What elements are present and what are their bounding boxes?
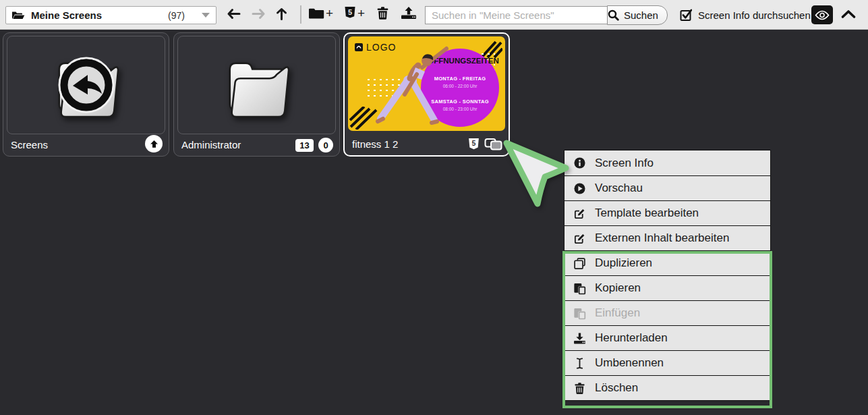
arrow-up-icon bbox=[276, 7, 287, 21]
chevron-down-icon bbox=[202, 13, 210, 18]
menu-item-screen-info[interactable]: Screen Info bbox=[565, 150, 770, 175]
template-count-badge: 13 bbox=[295, 139, 314, 152]
upload-icon bbox=[401, 6, 417, 20]
menu-item-label: Template bearbeiten bbox=[595, 206, 699, 220]
tile-name: fitness 1 2 bbox=[352, 138, 398, 150]
menu-item-vorschau[interactable]: Vorschau bbox=[565, 175, 770, 200]
upload-button[interactable] bbox=[401, 6, 417, 20]
menu-item-template-bearbeiten[interactable]: Template bearbeiten bbox=[565, 200, 770, 225]
plus-glyph: + bbox=[326, 7, 333, 20]
folder-thumbnail bbox=[177, 36, 336, 134]
info-icon bbox=[573, 157, 586, 169]
rename-icon bbox=[573, 357, 586, 370]
playlist-count-badge: 0 bbox=[318, 138, 333, 153]
toolbar-divider bbox=[300, 5, 301, 24]
logo-mark-icon bbox=[355, 43, 363, 51]
arrow-right-icon bbox=[251, 8, 266, 20]
menu-item-herunterladen[interactable]: Herunterladen bbox=[565, 325, 770, 350]
search-button-label: Suchen bbox=[624, 9, 658, 21]
back-arrow-circle-icon bbox=[57, 55, 116, 115]
content-area: Screens Administrator 13 0 bbox=[0, 30, 868, 415]
folder-select-dropdown[interactable]: Meine Screens (97) bbox=[5, 6, 216, 24]
menu-item-duplizieren[interactable]: Duplizieren bbox=[565, 250, 770, 275]
folder-icon bbox=[214, 49, 300, 121]
menu-item-label: Externen Inhalt bearbeiten bbox=[595, 231, 729, 245]
folder-item-count: (97) bbox=[168, 10, 185, 21]
search-input[interactable] bbox=[425, 6, 608, 24]
folder-plus-icon bbox=[308, 7, 324, 20]
svg-text:5: 5 bbox=[472, 139, 476, 147]
forward-button[interactable] bbox=[251, 8, 266, 20]
paste-icon bbox=[573, 282, 586, 295]
new-folder-button[interactable]: + bbox=[308, 7, 333, 20]
folder-open-icon bbox=[11, 10, 25, 20]
plus-glyph: + bbox=[357, 7, 365, 20]
menu-item-kopieren[interactable]: Kopieren bbox=[565, 275, 770, 300]
menu-item-loeschen[interactable]: Löschen bbox=[565, 375, 770, 400]
menu-item-einfuegen[interactable]: Einfügen bbox=[565, 300, 770, 325]
tile-folder-administrator[interactable]: Administrator 13 0 bbox=[173, 32, 340, 157]
checkbox-checked-icon[interactable] bbox=[680, 9, 692, 21]
download-icon bbox=[573, 332, 586, 345]
tile-screen-fitness[interactable]: LOGO ÖFFNUNGSZEITEN MONTAG - FREITAG 06:… bbox=[343, 32, 510, 157]
arrow-up-icon bbox=[149, 139, 159, 149]
screen-thumbnail: LOGO ÖFFNUNGSZEITEN MONTAG - FREITAG 06:… bbox=[348, 36, 505, 131]
chevron-up-icon bbox=[841, 9, 856, 19]
folder-select-label: Meine Screens bbox=[31, 9, 102, 21]
search-icon bbox=[608, 9, 619, 21]
edit-icon bbox=[573, 207, 586, 220]
menu-item-label: Screen Info bbox=[595, 157, 654, 170]
menu-item-umbenennen[interactable]: Umbenennen bbox=[565, 350, 770, 375]
screen-info-filter-label: Screen Info durchsuchen bbox=[698, 9, 811, 21]
clone-icon bbox=[573, 257, 586, 270]
back-button[interactable] bbox=[227, 8, 241, 20]
menu-item-label: Vorschau bbox=[595, 182, 643, 195]
collapse-toolbar-button[interactable] bbox=[841, 9, 856, 19]
svg-text:5: 5 bbox=[348, 8, 352, 16]
screen-info-filter[interactable]: Screen Info durchsuchen bbox=[680, 9, 811, 21]
arrow-left-icon bbox=[227, 8, 241, 20]
trash-icon bbox=[573, 382, 586, 395]
menu-item-label: Einfügen bbox=[595, 306, 640, 320]
folder-thumbnail bbox=[7, 36, 165, 134]
tile-name: Screens bbox=[11, 139, 48, 150]
go-up-badge[interactable] bbox=[145, 135, 163, 153]
up-button[interactable] bbox=[276, 7, 287, 21]
context-menu: Screen Info Vorschau Template bearbeiten… bbox=[564, 150, 771, 401]
preview-visibility-button[interactable] bbox=[811, 5, 833, 24]
menu-item-label: Herunterladen bbox=[595, 331, 668, 345]
html5-content-icon: 5 bbox=[468, 138, 480, 150]
pointer-cursor-icon bbox=[499, 138, 573, 210]
new-html-content-button[interactable]: 5 + bbox=[344, 6, 365, 20]
tile-folder-screens[interactable]: Screens bbox=[3, 32, 169, 157]
menu-item-label: Kopieren bbox=[595, 281, 641, 295]
toolbar: Meine Screens (97) + 5 + bbox=[0, 0, 868, 30]
paste-icon bbox=[573, 307, 586, 320]
delete-button[interactable] bbox=[376, 6, 389, 20]
edit-icon bbox=[573, 232, 586, 245]
play-icon bbox=[573, 182, 586, 195]
tile-name: Administrator bbox=[181, 139, 241, 150]
html5-icon: 5 bbox=[344, 6, 356, 20]
menu-item-label: Löschen bbox=[595, 381, 638, 395]
menu-item-externen-inhalt-bearbeiten[interactable]: Externen Inhalt bearbeiten bbox=[565, 225, 770, 250]
trash-icon bbox=[376, 6, 389, 20]
stretching-person-image bbox=[363, 40, 457, 127]
eye-icon bbox=[815, 10, 830, 20]
search-button[interactable]: Suchen bbox=[607, 5, 668, 25]
menu-item-label: Duplizieren bbox=[595, 256, 652, 270]
menu-item-label: Umbenennen bbox=[595, 356, 664, 370]
